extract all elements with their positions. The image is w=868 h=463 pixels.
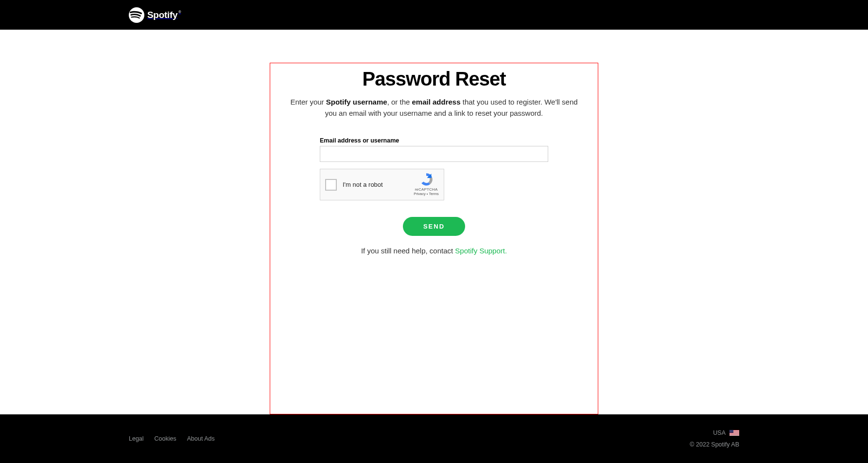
- recaptcha-label: I'm not a robot: [343, 181, 383, 188]
- send-button[interactable]: SEND: [403, 217, 465, 236]
- footer-link-cookies[interactable]: Cookies: [155, 435, 176, 442]
- header: Spotify ®: [0, 0, 868, 30]
- help-text: If you still need help, contact Spotify …: [285, 247, 583, 255]
- svg-rect-9: [729, 430, 733, 433]
- usa-flag-icon: [729, 430, 739, 436]
- footer-right: USA © 2022 Spotify AB: [690, 429, 739, 448]
- instructions-text: Enter your Spotify username, or the emai…: [285, 97, 583, 119]
- recaptcha-checkbox[interactable]: [325, 179, 337, 191]
- recaptcha-widget: I'm not a robot reCAPTCHA Privacy • Term…: [320, 169, 444, 200]
- spotify-icon: [129, 7, 144, 23]
- recaptcha-terms-link[interactable]: Terms: [429, 192, 438, 196]
- main-content: Password Reset Enter your Spotify userna…: [0, 30, 868, 414]
- recaptcha-privacy-link[interactable]: Privacy: [414, 192, 426, 196]
- footer-nav: Legal Cookies About Ads: [129, 435, 215, 442]
- recaptcha-badge: reCAPTCHA Privacy • Terms: [414, 172, 439, 196]
- page-title: Password Reset: [285, 68, 583, 90]
- brand-name: Spotify: [147, 10, 177, 20]
- locale-label: USA: [713, 429, 726, 436]
- form-block: Email address or username I'm not a robo…: [320, 137, 548, 200]
- svg-rect-6: [729, 433, 739, 434]
- locale-selector[interactable]: USA: [690, 429, 739, 436]
- copyright: © 2022 Spotify AB: [690, 441, 739, 448]
- footer-link-about-ads[interactable]: About Ads: [187, 435, 215, 442]
- footer-link-legal[interactable]: Legal: [129, 435, 144, 442]
- spotify-logo-link[interactable]: Spotify ®: [129, 7, 181, 23]
- recaptcha-brand: reCAPTCHA: [414, 187, 439, 192]
- recaptcha-legal: Privacy • Terms: [414, 192, 439, 196]
- spotify-support-link[interactable]: Spotify Support.: [455, 247, 507, 255]
- email-username-label: Email address or username: [320, 137, 548, 144]
- footer: Legal Cookies About Ads USA © 2022 Spoti…: [0, 414, 868, 463]
- registered-mark: ®: [178, 10, 181, 14]
- password-reset-card: Password Reset Enter your Spotify userna…: [270, 63, 598, 414]
- recaptcha-icon: [419, 172, 434, 187]
- email-username-input[interactable]: [320, 146, 548, 162]
- svg-rect-8: [729, 435, 739, 436]
- svg-rect-7: [729, 434, 739, 435]
